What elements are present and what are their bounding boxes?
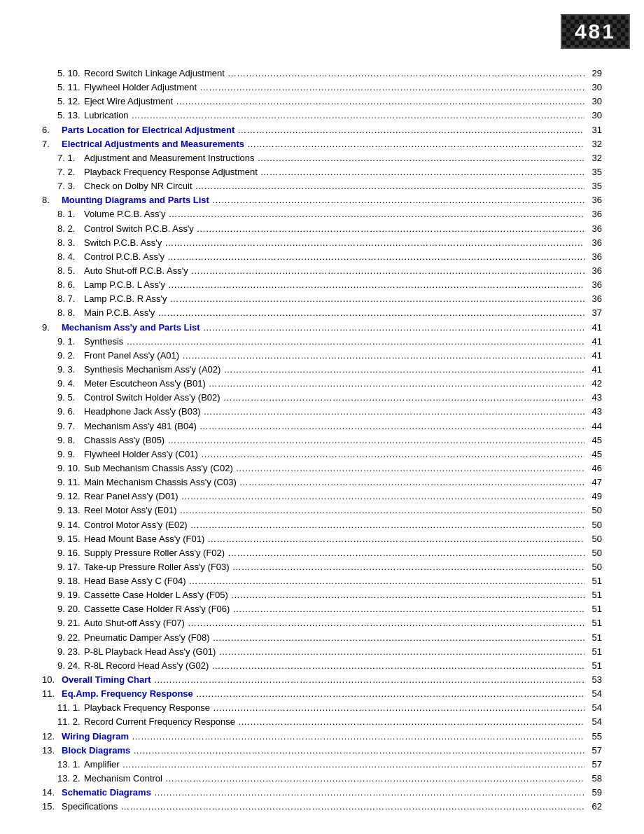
toc-num: 9. 23. (42, 645, 84, 659)
toc-page: 55 (584, 730, 602, 744)
toc-dots: …………………………………………………………………………………………………………… (210, 631, 585, 645)
toc-page: 32 (584, 151, 602, 165)
toc-num: 9. 2. (42, 349, 84, 363)
toc-num: 9. 18. (42, 574, 84, 588)
toc-dots: …………………………………………………………………………………………………………… (186, 574, 584, 588)
toc-page: 57 (584, 758, 602, 772)
toc-line: 5. 12.Eject Wire Adjustment ………………………………… (42, 95, 602, 109)
toc-page: 36 (584, 236, 602, 250)
toc-num: 13. 1. (42, 758, 84, 772)
toc-num: 9. 20. (42, 602, 84, 616)
toc-page: 36 (584, 264, 602, 278)
toc-page: 45 (584, 433, 602, 447)
toc-dots: …………………………………………………………………………………………………………… (230, 602, 584, 616)
toc-title: Schematic Diagrams (62, 786, 151, 800)
toc-dots: …………………………………………………………………………………………………………… (120, 758, 584, 772)
toc-title: Pneumatic Damper Ass'y (F08) (84, 631, 210, 645)
toc-title: Synthesis (84, 335, 123, 349)
toc-dots: …………………………………………………………………………………………………………… (185, 616, 584, 630)
toc-dots: …………………………………………………………………………………………………………… (165, 278, 584, 292)
toc-dots: …………………………………………………………………………………………………………… (129, 730, 584, 744)
toc-line: 9. 5.Control Switch Holder Ass'y (B02) …… (42, 391, 602, 405)
toc-num: 7. 1. (42, 151, 84, 165)
toc-page: 41 (584, 335, 602, 349)
toc-page: 36 (584, 250, 602, 264)
toc-line: 9. 1.Synthesis …………………………………………………………………… (42, 335, 602, 349)
toc-num: 8. 7. (42, 292, 84, 306)
toc-num: 9. 14. (42, 518, 84, 532)
toc-line: 9. 13.Reel Motor Ass'y (E01) ……………………………… (42, 503, 602, 517)
toc-page: 53 (584, 673, 602, 687)
toc-title: Control Motor Ass'y (E02) (84, 518, 188, 532)
toc-page: 54 (584, 701, 602, 715)
toc-page: 30 (584, 95, 602, 109)
toc-num: 9. 5. (42, 391, 84, 405)
toc-num: 8. (42, 193, 62, 207)
toc-line: 13. 1.Amplifier ………………………………………………………………… (42, 758, 602, 772)
toc-title: R-8L Record Head Ass'y (G02) (84, 659, 209, 673)
toc-line: 5. 10.Record Switch Linkage Adjustment …… (42, 67, 602, 81)
toc-dots: …………………………………………………………………………………………………………… (258, 165, 584, 179)
toc-dots: …………………………………………………………………………………………………………… (225, 67, 584, 81)
toc-line: 9. 11.Main Mechanism Chassis Ass'y (C03)… (42, 475, 602, 489)
toc-page: 41 (584, 349, 602, 363)
toc-num: 5. 13. (42, 109, 84, 123)
toc-num: 8. 2. (42, 222, 84, 236)
toc-num: 11. (42, 687, 62, 701)
toc-page: 41 (584, 363, 602, 377)
toc-num: 11. 2. (42, 715, 84, 729)
toc-num: 9. 15. (42, 532, 84, 546)
toc-dots: …………………………………………………………………………………………………………… (228, 588, 584, 602)
toc-num: 9. 6. (42, 405, 84, 419)
toc-page: 50 (584, 532, 602, 546)
toc-line: 9. 18.Head Base Ass'y C (F04) …………………………… (42, 574, 602, 588)
toc-dots: …………………………………………………………………………………………………………… (220, 363, 584, 377)
toc-dots: …………………………………………………………………………………………………………… (162, 772, 584, 786)
toc-num: 8. 6. (42, 278, 84, 292)
toc-num: 5. 10. (42, 67, 84, 81)
toc-title: Take-up Pressure Roller Ass'y (F03) (84, 560, 230, 574)
toc-page: 35 (584, 179, 602, 193)
toc-dots: …………………………………………………………………………………………………………… (178, 489, 584, 503)
toc-title: Control P.C.B. Ass'y (84, 250, 164, 264)
toc-num: 9. 7. (42, 419, 84, 433)
toc-line: 11. 2.Record Current Frequency Response … (42, 715, 602, 729)
toc-title: Mechanism Control (84, 772, 162, 786)
toc-dots: …………………………………………………………………………………………………………… (200, 321, 584, 335)
toc-num: 9. 13. (42, 503, 84, 517)
toc-title: Record Switch Linkage Adjustment (84, 67, 225, 81)
toc-dots: …………………………………………………………………………………………………………… (173, 95, 584, 109)
toc-title: Wiring Diagram (62, 730, 129, 744)
toc-num: 9. 22. (42, 631, 84, 645)
toc-page: 36 (584, 278, 602, 292)
toc-page: 51 (584, 574, 602, 588)
toc-page: 36 (584, 222, 602, 236)
toc-dots: …………………………………………………………………………………………………………… (165, 207, 584, 221)
toc-page: 54 (584, 715, 602, 729)
toc-num: 7. 3. (42, 179, 84, 193)
toc-dots: …………………………………………………………………………………………………………… (188, 518, 584, 532)
toc-dots: …………………………………………………………………………………………………………… (204, 532, 584, 546)
toc-page: 36 (584, 193, 602, 207)
toc-title: Parts Location for Electrical Adjustment (62, 123, 234, 137)
toc-title: Record Current Frequency Response (84, 715, 235, 729)
toc-line: 5. 13.Lubrication …………………………………………………………… (42, 109, 602, 123)
toc-num: 14. (42, 786, 62, 800)
badge-number: 481 (575, 20, 616, 43)
toc-dots: …………………………………………………………………………………………………………… (167, 292, 584, 306)
toc-line: 11.Eq.Amp. Frequency Response …………………………… (42, 687, 602, 701)
toc-line: 9. 12.Rear Panel Ass'y (D01) ……………………………… (42, 489, 602, 503)
toc-line: 9. 24.R-8L Record Head Ass'y (G02) ……………… (42, 659, 602, 673)
toc-page: 46 (584, 461, 602, 475)
toc-num: 9. 10. (42, 461, 84, 475)
toc-dots: …………………………………………………………………………………………………………… (233, 461, 584, 475)
toc-page: 58 (584, 772, 602, 786)
toc-num: 8. 4. (42, 250, 84, 264)
toc-page: 41 (584, 321, 602, 335)
toc-line: 8. 3.Switch P.C.B. Ass'y ………………………………………… (42, 236, 602, 250)
toc-num: 9. 16. (42, 546, 84, 560)
toc-title: Adjustment and Measurement Instructions (84, 151, 255, 165)
toc-title: Eject Wire Adjustment (84, 95, 173, 109)
toc-dots: …………………………………………………………………………………………………………… (244, 137, 584, 151)
toc-dots: …………………………………………………………………………………………………………… (194, 222, 584, 236)
